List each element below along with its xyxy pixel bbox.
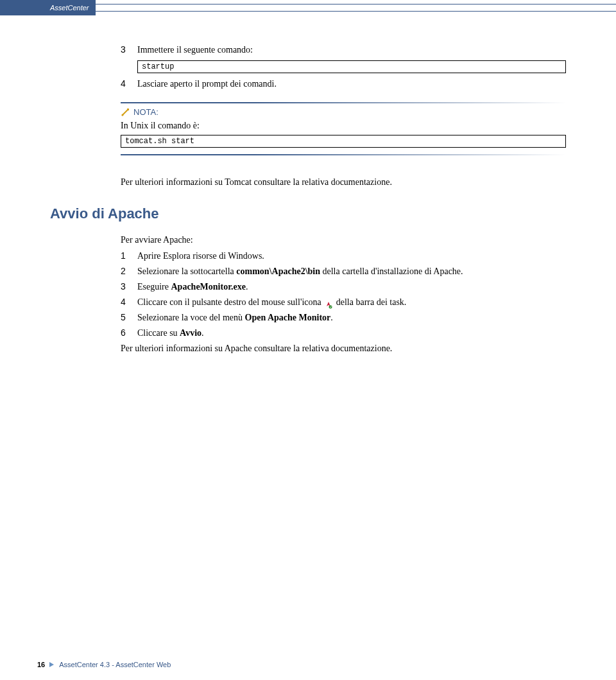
apache-step-6: 6 Cliccare su Avvio. [121,326,566,340]
step-number: 3 [121,43,137,57]
apache-step-3: 3 Eseguire ApacheMonitor.exe. [121,280,566,293]
step-text: Selezionare la sottocartella common\Apac… [137,265,566,278]
step-3: 3 Immettere il seguente comando: [121,43,566,57]
step-text: Lasciare aperto il prompt dei comandi. [137,77,566,91]
note-icon [121,108,130,117]
footer-text: AssetCenter 4.3 - AssetCenter Web [59,661,171,668]
page-footer: 16 AssetCenter 4.3 - AssetCenter Web [37,661,171,668]
code-tomcat-sh: tomcat.sh start [121,135,566,148]
svg-point-0 [122,114,124,116]
note-label-text: NOTA: [133,107,158,117]
apache-step-5: 5 Selezionare la voce del menù Open Apac… [121,311,566,324]
step-text: Cliccare con il pulsante destro del mous… [137,295,566,309]
bold-path: common\Apache2\bin [236,266,320,276]
bold-menu: Open Apache Monitor [245,313,331,322]
step-number: 3 [121,280,137,293]
step-text: Eseguire ApacheMonitor.exe. [137,280,566,293]
page-content: 3 Immettere il seguente comando: startup… [0,15,616,354]
apache-doc-ref: Per ulteriori informazioni su Apache con… [121,344,566,354]
step-number: 6 [121,326,137,340]
step-number: 4 [121,77,137,91]
svg-point-1 [329,305,332,308]
code-startup: startup [137,60,566,73]
note-label: NOTA: [121,107,566,117]
step-text: Selezionare la voce del menù Open Apache… [137,311,566,324]
apache-step-2: 2 Selezionare la sottocartella common\Ap… [121,265,566,278]
note-rule-top [121,102,566,103]
step-number: 5 [121,311,137,324]
page-number: 16 [37,661,45,668]
step-number: 1 [121,249,137,263]
step-number: 2 [121,265,137,278]
bold-exe: ApacheMonitor.exe [171,282,246,292]
section-tomcat: 3 Immettere il seguente comando: startup… [121,43,566,187]
step-text: Immettere il seguente comando: [137,43,566,57]
footer-arrow-icon [49,661,55,668]
tomcat-doc-ref: Per ulteriori informazioni su Tomcat con… [121,177,566,187]
step-4: 4 Lasciare aperto il prompt dei comandi. [121,77,566,91]
apache-intro: Per avviare Apache: [121,235,566,245]
bold-avvio: Avvio [180,328,201,338]
page-header: AssetCenter [0,0,616,15]
apache-tray-icon [325,299,332,307]
header-product-label: AssetCenter [0,0,96,15]
heading-avvio-apache: Avvio di Apache [50,205,566,222]
apache-step-1: 1 Aprire Esplora risorse di Windows. [121,249,566,263]
header-rule [96,4,616,12]
step-text: Cliccare su Avvio. [137,326,566,340]
section-apache: Per avviare Apache: 1 Aprire Esplora ris… [121,235,566,354]
step-text: Aprire Esplora risorse di Windows. [137,249,566,263]
note-text: In Unix il comando è: [121,121,566,131]
step-number: 4 [121,295,137,309]
apache-step-4: 4 Cliccare con il pulsante destro del mo… [121,295,566,309]
